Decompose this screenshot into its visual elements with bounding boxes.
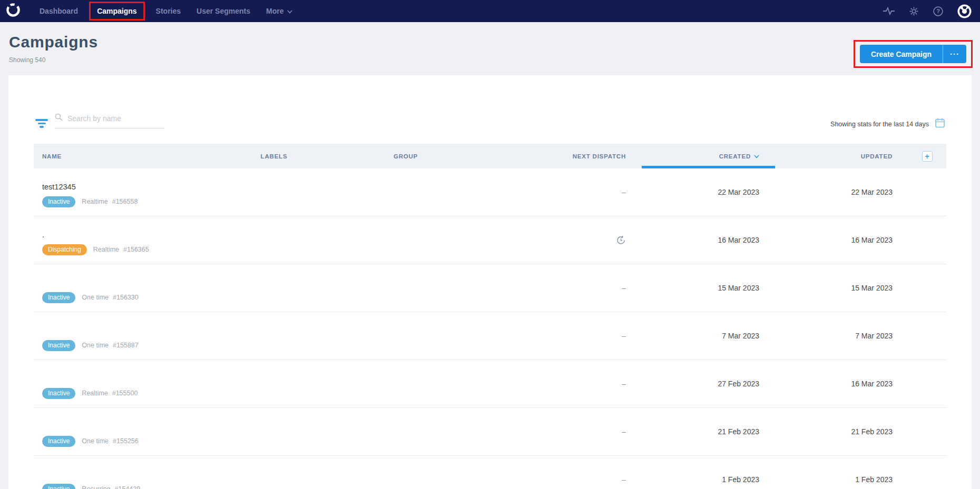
status-badge: Inactive: [42, 292, 75, 303]
campaign-name: .: [42, 230, 211, 239]
brand-logo[interactable]: [5, 2, 21, 20]
group-cell: [337, 264, 474, 312]
group-cell: [337, 456, 474, 489]
campaign-name-cell: test12345 Inactive Realtime #156558: [34, 168, 211, 216]
nav-item-user-segments[interactable]: User Segments: [189, 7, 258, 15]
group-cell: [337, 408, 474, 455]
column-header-labels[interactable]: LABELS: [211, 153, 337, 159]
nav-item-label: Stories: [156, 7, 181, 15]
add-column-button[interactable]: +: [922, 151, 933, 162]
status-badge: Dispatching: [42, 244, 87, 255]
column-header-add: +: [908, 151, 946, 162]
column-header-updated[interactable]: UPDATED: [775, 153, 908, 159]
table-row[interactable]: Inactive One time #155256 – 21 Feb 2023 …: [34, 408, 946, 456]
help-icon[interactable]: ?: [933, 6, 943, 16]
campaigns-list-card: Showing stats for the last 14 days NAME …: [8, 75, 972, 489]
labels-cell: [211, 456, 337, 489]
campaign-type: One time: [82, 437, 109, 445]
updated-date-cell: 16 Mar 2023: [775, 360, 908, 407]
row-actions-cell: [908, 264, 946, 312]
group-cell: [337, 216, 474, 264]
next-dispatch-cell: –: [474, 264, 642, 312]
campaign-name: test12345: [42, 182, 211, 192]
created-date-cell: 22 Mar 2023: [642, 168, 775, 216]
next-dispatch-value: –: [622, 475, 626, 484]
chevron-down-icon: [287, 10, 292, 14]
nav-item-more[interactable]: More: [258, 7, 300, 15]
labels-cell: [211, 168, 337, 216]
column-header-created[interactable]: CREATED: [642, 144, 775, 168]
campaign-type: One time: [82, 294, 109, 301]
create-campaign-button[interactable]: Create Campaign: [860, 45, 943, 63]
table-row[interactable]: Inactive One time #156330 – 15 Mar 2023 …: [34, 264, 946, 312]
campaign-name-cell: Inactive Realtime #155500: [34, 360, 211, 407]
campaign-id: #155887: [113, 342, 139, 349]
sort-chevron-down-icon: [754, 153, 759, 159]
nav-item-label: Campaigns: [97, 7, 136, 15]
column-header-next-dispatch[interactable]: NEXT DISPATCH: [474, 153, 642, 159]
top-navigation-bar: DashboardCampaignsStoriesUser SegmentsMo…: [0, 0, 980, 22]
table-row[interactable]: . Dispatching Realtime #156365 16 Mar 20…: [34, 216, 946, 264]
results-count: Showing 540: [9, 56, 45, 64]
column-header-group[interactable]: GROUP: [337, 153, 474, 159]
table-row[interactable]: Inactive Recurring #154429 – 1 Feb 2023 …: [34, 456, 946, 489]
nav-item-stories[interactable]: Stories: [148, 7, 189, 15]
account-avatar-icon[interactable]: [957, 4, 972, 18]
created-date-cell: 21 Feb 2023: [642, 408, 775, 455]
labels-cell: [211, 360, 337, 407]
campaign-meta-line: Inactive One time #155256: [42, 436, 211, 446]
updated-date-cell: 16 Mar 2023: [775, 216, 908, 264]
campaign-meta-line: Inactive One time #155887: [42, 340, 211, 351]
campaign-id: #155256: [113, 437, 139, 445]
campaign-name: [42, 374, 211, 383]
group-cell: [337, 312, 474, 360]
campaign-type: Realtime: [93, 246, 119, 253]
next-dispatch-value: –: [622, 188, 626, 196]
calendar-icon[interactable]: [935, 117, 945, 131]
table-row[interactable]: test12345 Inactive Realtime #156558 – 22…: [34, 168, 946, 216]
search-input[interactable]: [67, 114, 164, 123]
campaign-meta-line: Dispatching Realtime #156365: [42, 244, 211, 255]
campaign-type: Realtime: [82, 198, 107, 205]
table-row[interactable]: Inactive Realtime #155500 – 27 Feb 2023 …: [34, 360, 946, 408]
create-campaign-button-group: Create Campaign ···: [860, 45, 966, 63]
nav-item-campaigns[interactable]: Campaigns: [89, 2, 144, 21]
campaign-name: [42, 278, 211, 287]
next-dispatch-value: –: [622, 380, 626, 388]
updated-date-cell: 1 Feb 2023: [775, 456, 908, 489]
next-dispatch-value: –: [622, 332, 626, 340]
campaign-name: [42, 326, 211, 335]
row-actions-cell: [908, 408, 946, 455]
campaign-meta-line: Inactive Realtime #156558: [42, 196, 211, 207]
column-header-name[interactable]: NAME: [34, 153, 211, 159]
table-body: test12345 Inactive Realtime #156558 – 22…: [34, 168, 946, 489]
status-badge: Inactive: [42, 436, 75, 447]
next-dispatch-cell: –: [474, 168, 642, 216]
group-cell: [337, 168, 474, 216]
campaign-type: Realtime: [82, 390, 107, 397]
nav-item-dashboard[interactable]: Dashboard: [32, 7, 86, 15]
campaign-meta-line: Inactive Recurring #154429: [42, 484, 211, 489]
create-campaign-more-button[interactable]: ···: [943, 45, 966, 63]
created-date-cell: 7 Mar 2023: [642, 312, 775, 360]
labels-cell: [211, 264, 337, 312]
labels-cell: [211, 408, 337, 455]
row-actions-cell: [908, 216, 946, 264]
nav-item-label: User Segments: [197, 7, 250, 15]
campaign-id: #156365: [123, 246, 149, 253]
settings-gear-icon[interactable]: [909, 6, 919, 16]
nav-item-label: More: [266, 7, 283, 15]
activity-icon[interactable]: [883, 7, 895, 15]
campaign-name-cell: Inactive One time #156330: [34, 264, 211, 312]
group-cell: [337, 360, 474, 407]
table-header-row: NAME LABELS GROUP NEXT DISPATCH CREATED …: [34, 144, 946, 168]
table-row[interactable]: Inactive One time #155887 – 7 Mar 2023 7…: [34, 312, 946, 360]
labels-cell: [211, 312, 337, 360]
campaign-meta-line: Inactive One time #156330: [42, 292, 211, 303]
campaign-id: #156558: [112, 198, 138, 205]
nav-item-label: Dashboard: [40, 7, 78, 15]
filter-icon[interactable]: [35, 119, 48, 128]
updated-date-cell: 7 Mar 2023: [775, 312, 908, 360]
created-date-cell: 16 Mar 2023: [642, 216, 775, 264]
campaign-name-cell: Inactive Recurring #154429: [34, 456, 211, 489]
